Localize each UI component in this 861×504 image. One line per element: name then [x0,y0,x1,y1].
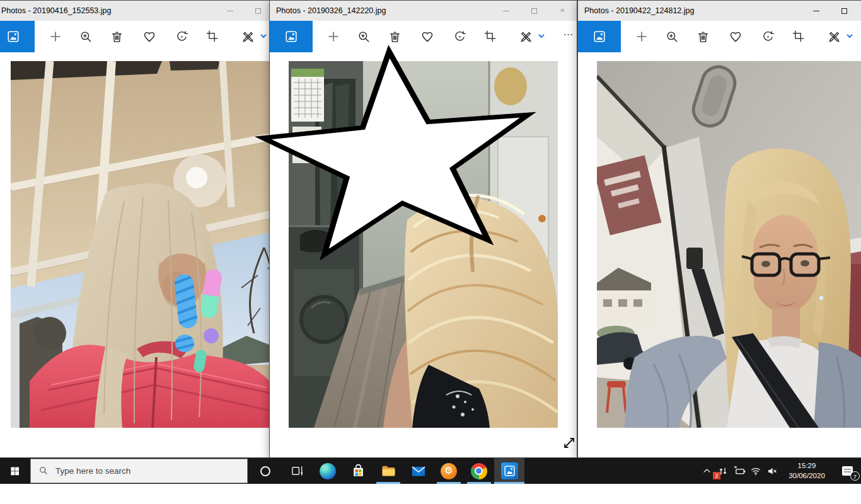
edit-create-dropdown[interactable] [845,32,854,40]
sync-badge: 2 [713,472,720,479]
window-title: Photos - 20190326_142220.jpg [276,1,386,21]
crop-button[interactable] [786,21,811,52]
trash-icon [110,30,124,44]
search-input[interactable]: Type here to search [30,459,248,483]
tray-volume[interactable] [764,458,780,484]
zoom-button[interactable] [659,21,685,52]
see-all-photos-button[interactable] [0,21,35,52]
see-all-photos-button[interactable] [270,21,313,52]
maximize-button[interactable] [520,1,548,21]
plus-icon [326,29,341,44]
tray-show-hidden-icons[interactable] [698,458,715,484]
close-button[interactable]: ✕ [858,1,861,21]
zoom-in-icon [665,30,679,44]
zoom-button[interactable] [73,21,98,52]
delete-button[interactable] [104,21,129,52]
running-indicator [376,482,400,484]
toolbar: … [0,21,301,52]
chevron-down-icon [537,32,546,40]
wifi-icon [750,466,761,477]
minimize-button[interactable] [216,1,244,21]
photo-canvas: efé CZYSZCZĄ dba o ży [578,52,861,457]
crop-icon [205,30,219,43]
edit-create-button[interactable] [823,21,845,52]
toolbar: … [578,21,861,52]
photos-window-3: Photos - 20190422_124812.jpg ✕ … [577,0,861,458]
running-indicator [467,482,491,484]
maximize-icon [531,8,537,14]
favorite-button[interactable] [137,21,162,52]
minimize-button[interactable] [802,1,830,21]
close-button[interactable]: ✕ [548,1,577,21]
fit-to-window-button[interactable] [562,436,576,450]
tray-wifi[interactable] [748,458,764,484]
photos-app-icon [592,30,606,43]
windows-logo-icon [9,465,21,477]
edit-create-button[interactable] [237,21,258,52]
photos-app-icon [284,30,298,43]
taskview-icon [291,464,305,478]
chrome-icon [471,463,487,479]
maximize-icon [841,8,847,14]
window-title: Photos - 20190422_124812.jpg [584,1,694,21]
titlebar[interactable]: Photos - 20190422_124812.jpg ✕ [578,1,861,21]
desktop: Photos - 20190416_152553.jpg ✕ … [0,0,861,504]
minimize-icon [227,11,233,11]
favorite-button[interactable] [723,21,748,52]
photo-canvas [270,52,577,457]
minimize-icon [813,11,819,11]
minimize-button[interactable] [492,1,520,21]
taskbar-item-gear-app[interactable]: ⚙ [434,458,464,484]
minimize-icon [503,11,509,11]
delete-button[interactable] [690,21,715,52]
action-center-button[interactable]: 7 [833,458,861,484]
tray-battery[interactable] [731,458,748,484]
clock[interactable]: 15:29 30/06/2020 [784,461,829,481]
expand-icon [562,436,576,450]
photos-icon [501,462,518,479]
see-all-photos-button[interactable] [578,21,621,52]
add-to-button[interactable] [43,21,68,52]
start-button[interactable] [0,458,30,484]
photo-3: efé CZYSZCZĄ dba o ży [597,61,861,428]
volume-muted-icon [766,465,778,477]
edit-create-dropdown[interactable] [537,32,546,40]
taskbar: Type here to search ⚙ [0,458,861,484]
add-to-button[interactable] [321,21,346,52]
edit-icon [827,30,841,44]
tray-sync[interactable]: 2 [715,458,731,484]
plus-icon [634,29,649,44]
crop-button[interactable] [200,21,225,52]
edit-icon [241,30,255,44]
taskbar-item-chrome[interactable] [464,458,494,484]
running-indicator [437,482,461,484]
rotate-icon [175,30,189,44]
system-tray: 2 15:29 30/06/2020 7 [698,458,861,484]
clock-date: 30/06/2020 [784,471,829,481]
rotate-button[interactable] [169,21,194,52]
cortana-button[interactable] [248,458,282,484]
maximize-button[interactable] [830,1,858,21]
zoom-in-icon [357,30,371,44]
see-more-button[interactable]: … [559,26,578,38]
rotate-icon [761,30,775,44]
battery-charging-icon [733,464,746,478]
taskbar-item-file-explorer[interactable] [373,458,403,484]
taskbar-item-mail[interactable] [403,458,434,484]
taskbar-item-store[interactable] [343,458,373,484]
search-placeholder: Type here to search [55,466,130,476]
edit-create-dropdown[interactable] [259,32,268,40]
trash-icon [696,30,710,44]
add-to-button[interactable] [629,21,654,52]
plus-icon [48,29,63,44]
taskview-button[interactable] [282,458,313,484]
taskbar-item-edge[interactable] [313,458,343,484]
titlebar[interactable]: Photos - 20190416_152553.jpg ✕ [0,1,301,21]
titlebar[interactable]: Photos - 20190326_142220.jpg ✕ [270,1,577,21]
running-indicator [494,482,524,484]
notifications-badge: 7 [850,471,860,481]
taskbar-item-photos[interactable] [494,458,524,484]
cortana-icon [260,466,270,476]
maximize-button[interactable] [244,1,272,21]
rotate-button[interactable] [755,21,780,52]
